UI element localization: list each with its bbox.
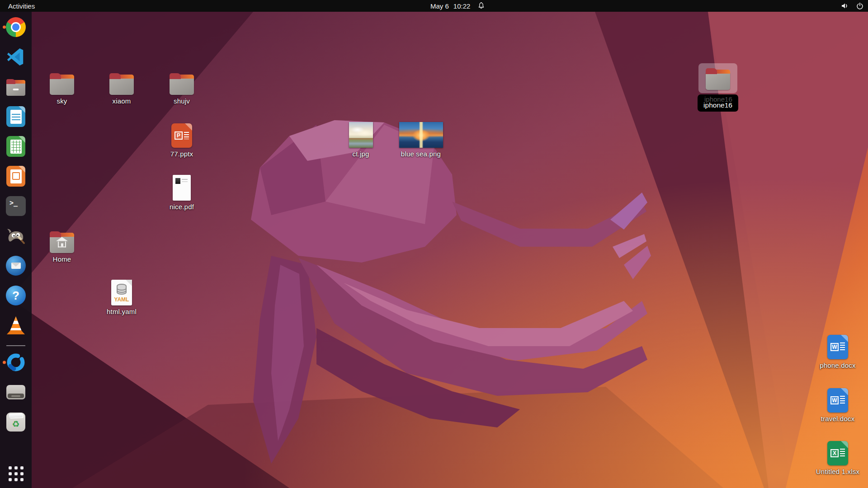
desktop-item-traveldocx[interactable]: W travel.docx <box>814 386 861 422</box>
home-folder-icon <box>50 235 74 253</box>
image-thumbnail <box>399 122 443 148</box>
show-applications-button[interactable] <box>0 464 32 483</box>
doc-lines <box>184 132 189 139</box>
desktop-item-xiaom[interactable]: xiaom <box>98 69 145 105</box>
desktop-screen: Activities May 6 10:22 <box>0 0 868 488</box>
desktop-item-label: shujv <box>174 97 190 105</box>
trash-icon: ♻ <box>6 413 25 432</box>
files-folder-icon <box>6 82 25 96</box>
writer-icon <box>6 106 25 127</box>
power-icon <box>856 2 863 9</box>
word-file-icon: W <box>827 335 848 359</box>
desktop-item-label: nice.pdf <box>170 203 194 211</box>
bell-icon <box>477 1 485 11</box>
top-bar: Activities May 6 10:22 <box>0 0 868 12</box>
terminal-icon: >_ <box>6 196 26 216</box>
thunderbird-icon <box>6 256 26 276</box>
desktop-item-label: Home <box>53 255 71 263</box>
word-file-icon: W <box>827 388 848 413</box>
dock-item-thunderbird[interactable] <box>0 256 32 276</box>
desktop-item-ctjpg[interactable]: ct.jpg <box>337 122 384 158</box>
removable-drive-icon <box>6 385 25 399</box>
excel-file-icon: X <box>827 441 848 465</box>
doc-lines <box>840 396 845 405</box>
desktop-item-label: blue sea.png <box>401 150 441 158</box>
dock-item-vlc[interactable] <box>0 315 32 335</box>
clock-text: May 6 10:22 <box>430 2 470 10</box>
activities-button[interactable]: Activities <box>0 0 43 12</box>
doc-lines <box>840 343 845 352</box>
dock-item-terminal[interactable]: >_ <box>0 196 32 216</box>
running-indicator <box>3 26 6 29</box>
desktop-item-blueseapng[interactable]: blue sea.png <box>397 122 444 158</box>
desktop-item-sky[interactable]: sky <box>38 69 85 105</box>
date-label: May 6 <box>430 2 449 10</box>
dock-item-trash[interactable]: ♻ <box>0 412 32 432</box>
folder-icon <box>170 76 194 95</box>
help-icon: ? <box>6 286 26 305</box>
selected-item-label-box: iphone16 iphone16 <box>698 94 738 112</box>
word-letter: W <box>830 343 839 351</box>
dock-item-libreoffice-writer[interactable] <box>0 107 32 127</box>
yaml-text: YAML <box>114 296 129 303</box>
volume-icon <box>841 2 849 9</box>
time-label: 10:22 <box>453 2 471 10</box>
dock-item-running-app[interactable] <box>0 352 32 372</box>
desktop-item-untitled1xlsx[interactable]: X Untitled 1.xlsx <box>814 439 861 475</box>
word-letter: W <box>830 396 839 404</box>
folder-icon <box>706 71 730 90</box>
dock-item-files[interactable] <box>0 77 32 97</box>
circular-arcs-app-icon <box>6 352 26 372</box>
desktop-item-label: travel.docx <box>821 415 855 422</box>
ppt-letter: P <box>175 131 183 140</box>
selection-highlight <box>698 63 737 93</box>
folder-icon <box>109 76 134 95</box>
calc-icon <box>6 136 25 157</box>
desktop-item-label: phone.docx <box>820 361 856 369</box>
desktop-item-label: Untitled 1.xlsx <box>816 468 859 475</box>
folder-icon <box>50 76 74 95</box>
desktop-item-label: ct.jpg <box>352 150 369 158</box>
pdf-page-icon <box>173 175 191 201</box>
doc-lines <box>840 449 845 458</box>
desktop-item-home[interactable]: Home <box>38 227 85 263</box>
system-status-area[interactable] <box>841 0 863 12</box>
chrome-icon <box>6 17 26 37</box>
dock-item-libreoffice-impress[interactable] <box>0 166 32 186</box>
gimp-icon <box>6 226 26 246</box>
dock-item-gimp[interactable] <box>0 226 32 246</box>
dock: >_ ? <box>0 12 32 488</box>
recycle-glyph: ♻ <box>12 419 19 429</box>
yaml-file-icon: YAML <box>111 280 132 305</box>
desktop-item-label: html.yaml <box>107 308 137 315</box>
show-apps-grid-icon <box>9 466 24 481</box>
desktop-item-nicepdf[interactable]: nice.pdf <box>158 174 205 211</box>
desktop-item-htmlyaml[interactable]: YAML html.yaml <box>98 279 145 315</box>
dock-item-help[interactable]: ? <box>0 286 32 305</box>
dock-item-drive[interactable] <box>0 382 32 402</box>
desktop-item-label: xiaom <box>112 97 131 105</box>
powerpoint-file-icon: P <box>171 123 192 148</box>
dock-item-chrome[interactable] <box>0 17 32 37</box>
running-indicator <box>3 361 6 364</box>
desktop-item-phonedocx[interactable]: W phone.docx <box>814 333 861 369</box>
image-thumbnail <box>349 122 373 148</box>
vlc-cone-icon <box>7 316 25 334</box>
ghost-label: iphone16 <box>704 95 732 103</box>
vscode-icon <box>6 47 25 66</box>
desktop-item-label: sky <box>57 97 67 105</box>
impress-icon <box>6 166 25 187</box>
desktop-item-77pptx[interactable]: P 77.pptx <box>158 122 205 158</box>
desktop-item-label: 77.pptx <box>170 150 193 158</box>
dock-separator <box>6 345 25 346</box>
house-icon <box>58 242 66 248</box>
dock-item-vscode[interactable] <box>0 47 32 67</box>
desktop-item-iphone16[interactable]: iphone16 iphone16 <box>694 63 741 112</box>
excel-letter: X <box>830 449 839 457</box>
desktop-item-shujv[interactable]: shujv <box>158 69 205 105</box>
clock-button[interactable]: May 6 10:22 <box>430 0 485 12</box>
dock-item-libreoffice-calc[interactable] <box>0 136 32 156</box>
